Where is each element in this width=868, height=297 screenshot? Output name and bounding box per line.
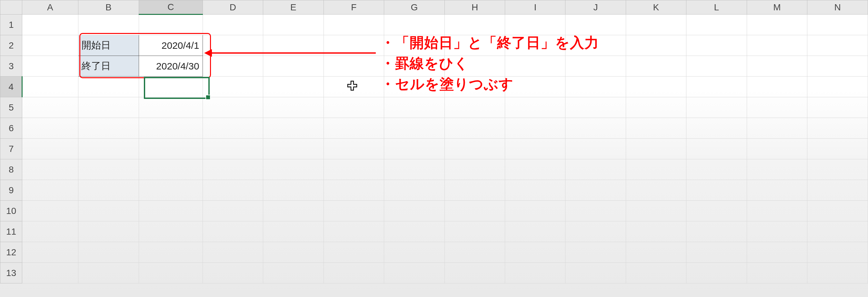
cell-F2[interactable] xyxy=(323,35,384,56)
cell-I12[interactable] xyxy=(505,242,565,263)
cell-K2[interactable] xyxy=(626,35,686,56)
col-header-E[interactable]: E xyxy=(263,0,324,15)
cell-I6[interactable] xyxy=(505,118,565,139)
cell-A8[interactable] xyxy=(22,159,78,180)
cell-I1[interactable] xyxy=(505,15,565,35)
row-header-6[interactable]: 6 xyxy=(0,118,22,139)
cell-M13[interactable] xyxy=(747,263,807,284)
cell-A7[interactable] xyxy=(22,139,78,159)
cell-L13[interactable] xyxy=(686,263,747,284)
cell-E13[interactable] xyxy=(263,263,324,284)
cell-N4[interactable] xyxy=(807,77,868,97)
cell-C5[interactable] xyxy=(139,97,203,118)
cell-N11[interactable] xyxy=(807,221,868,242)
cell-J10[interactable] xyxy=(565,201,626,221)
cell-G5[interactable] xyxy=(384,97,445,118)
cell-H7[interactable] xyxy=(444,139,505,159)
cell-L12[interactable] xyxy=(686,242,747,263)
cell-N7[interactable] xyxy=(807,139,868,159)
cell-L8[interactable] xyxy=(686,159,747,180)
cell-A13[interactable] xyxy=(22,263,78,284)
cell-G11[interactable] xyxy=(384,221,445,242)
cell-L2[interactable] xyxy=(686,35,747,56)
cell-B12[interactable] xyxy=(78,242,139,263)
cell-D6[interactable] xyxy=(203,118,263,139)
cell-F13[interactable] xyxy=(323,263,384,284)
col-header-I[interactable]: I xyxy=(505,0,565,15)
cell-B3[interactable]: 終了日 xyxy=(78,56,139,77)
row-header-3[interactable]: 3 xyxy=(0,56,22,77)
cell-I13[interactable] xyxy=(505,263,565,284)
cell-J3[interactable] xyxy=(565,56,626,77)
cell-K5[interactable] xyxy=(626,97,686,118)
cell-I5[interactable] xyxy=(505,97,565,118)
cell-F3[interactable] xyxy=(323,56,384,77)
cell-L11[interactable] xyxy=(686,221,747,242)
row-header-13[interactable]: 13 xyxy=(0,263,22,284)
row-header-4[interactable]: 4 xyxy=(0,77,22,97)
row-header-9[interactable]: 9 xyxy=(0,180,22,201)
col-header-L[interactable]: L xyxy=(686,0,747,15)
cell-N5[interactable] xyxy=(807,97,868,118)
cell-D3[interactable] xyxy=(203,56,263,77)
cell-L1[interactable] xyxy=(686,15,747,35)
col-header-J[interactable]: J xyxy=(565,0,626,15)
cell-D12[interactable] xyxy=(203,242,263,263)
cell-H5[interactable] xyxy=(444,97,505,118)
cell-A10[interactable] xyxy=(22,201,78,221)
cell-F11[interactable] xyxy=(323,221,384,242)
cell-C11[interactable] xyxy=(139,221,203,242)
cell-K11[interactable] xyxy=(626,221,686,242)
grid-table[interactable]: A B C D E F G H I J K L M N 1 xyxy=(0,0,868,284)
cell-C4[interactable] xyxy=(139,77,203,97)
cell-H10[interactable] xyxy=(444,201,505,221)
cell-D10[interactable] xyxy=(203,201,263,221)
row-header-5[interactable]: 5 xyxy=(0,97,22,118)
cell-N8[interactable] xyxy=(807,159,868,180)
cell-N9[interactable] xyxy=(807,180,868,201)
cell-A2[interactable] xyxy=(22,35,78,56)
cell-A12[interactable] xyxy=(22,242,78,263)
cell-J6[interactable] xyxy=(565,118,626,139)
cell-L6[interactable] xyxy=(686,118,747,139)
cell-N2[interactable] xyxy=(807,35,868,56)
cell-D7[interactable] xyxy=(203,139,263,159)
cell-C13[interactable] xyxy=(139,263,203,284)
cell-E1[interactable] xyxy=(263,15,324,35)
cell-L3[interactable] xyxy=(686,56,747,77)
cell-M2[interactable] xyxy=(747,35,807,56)
cell-D1[interactable] xyxy=(203,15,263,35)
cell-H8[interactable] xyxy=(444,159,505,180)
cell-K4[interactable] xyxy=(626,77,686,97)
cell-N3[interactable] xyxy=(807,56,868,77)
cell-K1[interactable] xyxy=(626,15,686,35)
cell-G4[interactable] xyxy=(384,77,445,97)
cell-I7[interactable] xyxy=(505,139,565,159)
cell-L10[interactable] xyxy=(686,201,747,221)
cell-M10[interactable] xyxy=(747,201,807,221)
row-header-12[interactable]: 12 xyxy=(0,242,22,263)
cell-M12[interactable] xyxy=(747,242,807,263)
cell-F6[interactable] xyxy=(323,118,384,139)
spreadsheet-area[interactable]: A B C D E F G H I J K L M N 1 xyxy=(0,0,868,297)
row-header-10[interactable]: 10 xyxy=(0,201,22,221)
cell-K13[interactable] xyxy=(626,263,686,284)
cell-F7[interactable] xyxy=(323,139,384,159)
cell-L7[interactable] xyxy=(686,139,747,159)
cell-G6[interactable] xyxy=(384,118,445,139)
cell-H3[interactable] xyxy=(444,56,505,77)
cell-I11[interactable] xyxy=(505,221,565,242)
cell-J8[interactable] xyxy=(565,159,626,180)
cell-G12[interactable] xyxy=(384,242,445,263)
row-header-1[interactable]: 1 xyxy=(0,15,22,35)
cell-C8[interactable] xyxy=(139,159,203,180)
cell-K7[interactable] xyxy=(626,139,686,159)
select-all-corner[interactable] xyxy=(0,0,22,15)
cell-D11[interactable] xyxy=(203,221,263,242)
cell-E5[interactable] xyxy=(263,97,324,118)
cell-F1[interactable] xyxy=(323,15,384,35)
cell-J11[interactable] xyxy=(565,221,626,242)
cell-H12[interactable] xyxy=(444,242,505,263)
cell-M9[interactable] xyxy=(747,180,807,201)
cell-H9[interactable] xyxy=(444,180,505,201)
